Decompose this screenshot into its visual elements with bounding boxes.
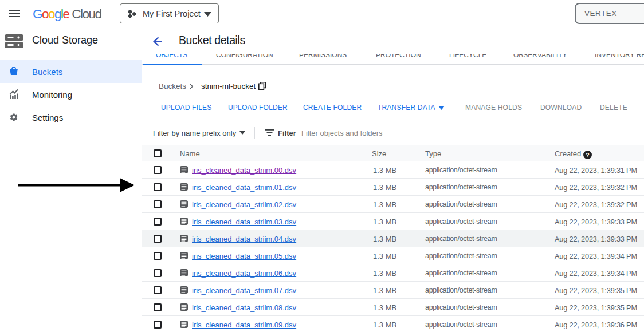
svg-text:?: ? — [586, 152, 589, 159]
